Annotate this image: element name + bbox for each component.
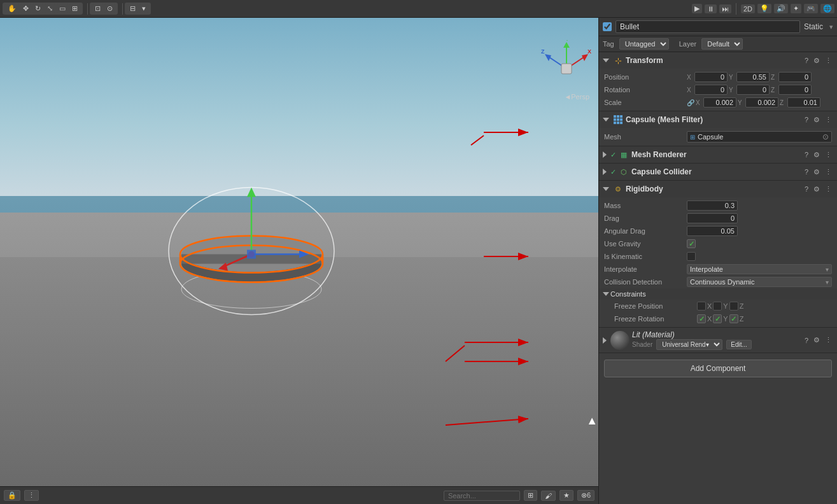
transform-tool-btn[interactable]: ⊞ <box>69 4 80 13</box>
object-name-input[interactable]: Bullet <box>615 20 800 33</box>
scene-more-btn[interactable]: ⋮ <box>24 490 39 501</box>
center-btn[interactable]: ⊡ <box>92 4 103 13</box>
globe-btn[interactable]: 🌐 <box>820 4 834 13</box>
rect-tool-btn[interactable]: ▭ <box>57 4 68 13</box>
transform-settings-btn[interactable]: ⚙ <box>812 57 821 65</box>
capsule-collider-header[interactable]: ✓ ⬡ Capsule Collider ? ⚙ ⋮ <box>599 164 837 180</box>
is-kinematic-checkbox[interactable] <box>687 252 696 261</box>
mesh-filter-help-btn[interactable]: ? <box>803 116 810 123</box>
inspector-scroll[interactable]: ⊹ Transform ? ⚙ ⋮ Position X 0 <box>599 52 837 504</box>
game-btn[interactable]: 🎮 <box>804 4 818 13</box>
layer-dropdown[interactable]: Default <box>701 38 743 50</box>
transform-header[interactable]: ⊹ Transform ? ⚙ ⋮ <box>599 52 837 69</box>
snap-btn[interactable]: ⊟ <box>127 4 138 13</box>
collision-detection-dropdown[interactable]: Continuous Dynamic ▾ <box>687 277 832 287</box>
rigidbody-settings-btn[interactable]: ⚙ <box>812 185 821 193</box>
scale-x-input[interactable]: 0.002 <box>703 97 736 108</box>
step-btn[interactable]: ⏭ <box>719 4 731 13</box>
mesh-select-btn[interactable]: ⊙ <box>822 132 829 141</box>
scale-y-input[interactable]: 0.002 <box>745 97 778 108</box>
mass-input[interactable]: 0.3 <box>687 200 738 211</box>
mass-row: Mass 0.3 <box>599 199 837 212</box>
material-edit-btn[interactable]: Edit... <box>726 340 752 349</box>
global-btn[interactable]: ⊙ <box>104 4 115 13</box>
mesh-renderer-settings-btn[interactable]: ⚙ <box>812 151 821 159</box>
scene-lock-btn[interactable]: 🔒 <box>4 490 20 501</box>
scene-viewport[interactable]: Y X Z ◄Persp <box>0 18 598 486</box>
add-component-button[interactable]: Add Component <box>604 360 832 377</box>
use-gravity-checkbox[interactable]: ✓ <box>687 239 696 248</box>
move-tool-btn[interactable]: ✥ <box>20 4 31 13</box>
mesh-value-field[interactable]: ⊞ Capsule ⊙ <box>687 131 832 143</box>
rigidbody-collapse-arrow <box>603 187 609 191</box>
object-active-checkbox[interactable] <box>603 22 612 31</box>
freeze-pos-z-checkbox[interactable] <box>729 302 738 311</box>
interpolate-label: Interpolate <box>604 265 687 273</box>
mesh-filter-header[interactable]: Capsule (Mesh Filter) ? ⚙ ⋮ <box>599 111 837 128</box>
freeze-rot-z-checkbox[interactable]: ✓ <box>729 314 738 323</box>
transform-more-btn[interactable]: ⋮ <box>824 57 833 65</box>
capsule-collider-more-btn[interactable]: ⋮ <box>824 168 833 176</box>
scene-paint-btn[interactable]: 🖌 <box>541 491 556 501</box>
constraints-header[interactable]: Constraints <box>599 288 837 300</box>
capsule-collider-settings-btn[interactable]: ⚙ <box>812 168 821 176</box>
scale-values: 🔗 X 0.002 Y 0.002 Z 0.01 <box>687 97 832 108</box>
rigidbody-help-btn[interactable]: ? <box>803 185 810 193</box>
scale-lock-icon[interactable]: 🔗 <box>687 99 694 106</box>
pos-z-input[interactable]: 0 <box>778 72 812 82</box>
rot-x-input[interactable]: 0 <box>694 85 728 95</box>
play-btn[interactable]: ▶ <box>692 4 702 13</box>
mesh-renderer-help-btn[interactable]: ? <box>803 151 810 158</box>
freeze-pos-y-label: Y <box>723 302 728 310</box>
effect-btn[interactable]: ✦ <box>791 4 801 13</box>
scene-view[interactable]: Y X Z ◄Persp <box>0 18 598 504</box>
light-btn[interactable]: 💡 <box>757 4 771 13</box>
scene-search-input[interactable] <box>444 491 520 501</box>
mesh-filter-settings-btn[interactable]: ⚙ <box>812 116 821 124</box>
hand-tool-btn[interactable]: ✋ <box>5 4 19 13</box>
scale-tool-btn[interactable]: ⤡ <box>45 4 55 13</box>
material-settings-btn[interactable]: ⚙ <box>812 336 821 344</box>
pos-x-input[interactable]: 0 <box>694 72 728 82</box>
snap-settings-btn[interactable]: ▾ <box>139 4 148 13</box>
sound-btn[interactable]: 🔊 <box>774 4 788 13</box>
mesh-renderer-header[interactable]: ✓ ▦ Mesh Renderer ? ⚙ ⋮ <box>599 146 837 163</box>
freeze-pos-y-checkbox[interactable] <box>713 302 722 311</box>
freeze-rot-y-checkbox[interactable]: ✓ <box>713 314 722 323</box>
material-more-btn[interactable]: ⋮ <box>824 336 833 344</box>
rot-y-input[interactable]: 0 <box>736 85 770 95</box>
material-shader-dropdown[interactable]: Universal Rend▾ <box>656 339 722 350</box>
rot-z-input[interactable]: 0 <box>778 85 812 95</box>
material-help-btn[interactable]: ? <box>803 337 810 344</box>
freeze-position-label: Freeze Position <box>614 302 697 310</box>
interpolate-dropdown[interactable]: Interpolate ▾ <box>687 264 832 274</box>
tag-dropdown[interactable]: Untagged <box>619 38 669 50</box>
freeze-pos-x-checkbox[interactable] <box>697 302 706 311</box>
pos-y-input[interactable]: 0.55 <box>736 72 770 82</box>
freeze-rot-x-label: X <box>707 315 712 323</box>
angular-drag-input[interactable]: 0.05 <box>687 226 738 236</box>
persp-label: ◄Persp <box>564 93 589 101</box>
material-header[interactable]: Lit (Material) Shader Universal Rend▾ Ed… <box>599 328 837 353</box>
scene-gizmo[interactable]: Y X Z <box>541 40 592 97</box>
2d-btn[interactable]: 2D <box>741 4 755 13</box>
mesh-renderer-more-btn[interactable]: ⋮ <box>824 151 833 159</box>
freeze-rot-x-checkbox[interactable]: ✓ <box>697 314 706 323</box>
pause-btn[interactable]: ⏸ <box>705 4 717 13</box>
transform-help-btn[interactable]: ? <box>803 57 810 64</box>
mesh-renderer-title: Mesh Renderer <box>631 150 801 159</box>
rigidbody-header[interactable]: ⚙ Rigidbody ? ⚙ ⋮ <box>599 181 837 197</box>
rot-z-label: Z <box>771 87 777 94</box>
drag-input[interactable]: 0 <box>687 213 738 223</box>
static-dropdown-arrow[interactable]: ▾ <box>829 23 833 31</box>
scene-grid-btn[interactable]: ⊞ <box>524 490 537 501</box>
scale-z-input[interactable]: 0.01 <box>787 97 820 108</box>
mesh-filter-more-btn[interactable]: ⋮ <box>824 116 833 124</box>
interpolate-dropdown-text: Interpolate <box>690 265 723 273</box>
material-sub: Shader Universal Rend▾ Edit... <box>632 339 801 350</box>
scene-layers-btn[interactable]: ⊗6 <box>577 490 594 501</box>
scene-star-btn[interactable]: ★ <box>559 490 573 501</box>
capsule-collider-help-btn[interactable]: ? <box>803 168 810 176</box>
rigidbody-more-btn[interactable]: ⋮ <box>824 185 833 193</box>
rotate-tool-btn[interactable]: ↻ <box>32 4 43 13</box>
